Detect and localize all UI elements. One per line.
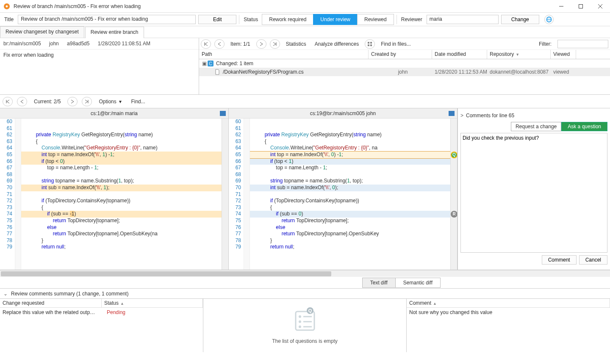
summary-bar[interactable]: ⌄ Review comments summary (1 change, 1 c… bbox=[0, 289, 610, 299]
right-pane: cs:19@br:/main/scm005 john 6061626364656… bbox=[229, 108, 458, 270]
files-columns: Path Created by Date modified Repository… bbox=[199, 50, 610, 59]
svg-point-13 bbox=[299, 315, 301, 318]
files-rows: ▣ C Changed: 1 item /DokanNet/RegistoryF… bbox=[199, 59, 610, 94]
right-pane-header: cs:19@br:/main/scm005 john bbox=[229, 108, 457, 119]
window-icon[interactable] bbox=[220, 111, 226, 116]
change-marker-icon[interactable]: R bbox=[451, 211, 457, 218]
app-icon bbox=[3, 3, 10, 10]
file-repo: dokannet@localhost:8087 bbox=[490, 69, 553, 75]
comment-textarea[interactable] bbox=[460, 133, 607, 253]
branch-header: br:/main/scm005 john a98ad5d5 1/28/2020 … bbox=[0, 38, 199, 50]
analyze-settings-icon[interactable] bbox=[365, 39, 375, 49]
branch-desc: Fix error when loading bbox=[0, 50, 199, 94]
change-status: Pending bbox=[107, 309, 125, 315]
maximize-button[interactable] bbox=[571, 0, 591, 13]
close-button[interactable] bbox=[591, 0, 610, 13]
branch-spec: br:/main/scm005 bbox=[3, 41, 41, 47]
window-icon[interactable] bbox=[449, 111, 455, 116]
status-tabs: Rework required Under review Reviewed bbox=[262, 14, 394, 25]
tab-by-changeset[interactable]: Review changeset by changeset bbox=[0, 26, 84, 38]
request-change-button[interactable]: Request a change bbox=[511, 122, 561, 131]
file-row[interactable]: /DokanNet/RegistoryFS/Program.cs john 1/… bbox=[199, 68, 610, 76]
reviewer-input[interactable]: maria bbox=[427, 15, 499, 24]
change-row[interactable]: Replace this value wih the related outp…… bbox=[0, 308, 203, 317]
tab-rework[interactable]: Rework required bbox=[262, 14, 313, 25]
diff-mode-tabs: Text diff Semantic diff bbox=[0, 277, 610, 289]
title-input[interactable]: Review of branch /main/scm005 - Fix erro… bbox=[18, 15, 196, 24]
status-label: Status bbox=[242, 17, 260, 22]
branch-user: john bbox=[49, 41, 59, 47]
filter-label: Filter: bbox=[536, 41, 554, 47]
empty-text: The list of questions is empty bbox=[272, 338, 338, 344]
comment-button[interactable]: Comment bbox=[542, 255, 577, 265]
comment-row[interactable]: Not sure why you changed this value bbox=[407, 308, 610, 317]
files-toolbar: Item: 1/1 Statistics Analyze differences… bbox=[199, 38, 610, 50]
comments-list-panel: Comment▲ Not sure why you changed this v… bbox=[407, 299, 610, 352]
first-diff-button[interactable] bbox=[3, 97, 13, 106]
chevron-right-icon: > bbox=[460, 113, 463, 119]
file-path: /DokanNet/RegistoryFS/Program.cs bbox=[223, 69, 371, 75]
next-item-button[interactable] bbox=[256, 39, 266, 49]
change-reviewer-button[interactable]: Change bbox=[501, 15, 539, 24]
summary-text: Review comments summary (1 change, 1 com… bbox=[11, 291, 128, 297]
analyze-link[interactable]: Analyze differences bbox=[312, 41, 362, 47]
last-item-button[interactable] bbox=[270, 39, 280, 49]
svg-point-15 bbox=[299, 320, 301, 323]
svg-rect-8 bbox=[368, 42, 369, 44]
empty-list-icon: Q bbox=[292, 307, 318, 334]
last-diff-button[interactable] bbox=[82, 97, 92, 106]
files-panel: Item: 1/1 Statistics Analyze differences… bbox=[199, 38, 610, 94]
semantic-diff-tab[interactable]: Semantic diff bbox=[395, 278, 441, 288]
col-change[interactable]: Change requested bbox=[0, 299, 102, 307]
options-dropdown[interactable]: Options ▾ bbox=[96, 99, 124, 105]
collapse-icon[interactable]: ▣ bbox=[202, 61, 207, 66]
minimize-button[interactable] bbox=[552, 0, 571, 13]
svg-rect-9 bbox=[370, 42, 372, 44]
tab-reviewed[interactable]: Reviewed bbox=[357, 14, 394, 25]
find-link[interactable]: Find... bbox=[128, 99, 147, 105]
group-row[interactable]: ▣ C Changed: 1 item bbox=[199, 59, 610, 68]
col-path[interactable]: Path bbox=[199, 50, 369, 59]
col-by[interactable]: Created by bbox=[369, 50, 432, 59]
col-repo[interactable]: Repository▼ bbox=[487, 50, 551, 59]
col-status[interactable]: Status▲ bbox=[102, 299, 203, 307]
col-comment[interactable]: Comment▲ bbox=[407, 299, 610, 307]
file-by: john bbox=[371, 69, 435, 75]
next-diff-button[interactable] bbox=[67, 97, 78, 106]
find-in-files-link[interactable]: Find in files... bbox=[378, 41, 413, 47]
globe-icon[interactable] bbox=[544, 15, 554, 24]
reviewer-label: Reviewer bbox=[399, 17, 424, 22]
diff-toolbar: Current: 2/5 Options ▾ Find... bbox=[0, 95, 610, 108]
svg-rect-11 bbox=[370, 44, 372, 46]
left-code[interactable]: 6061626364656667686970717273747576777879… bbox=[0, 119, 228, 270]
change-text: Replace this value wih the related outp… bbox=[3, 309, 104, 315]
col-viewed[interactable]: Viewed bbox=[551, 50, 576, 59]
text-diff-tab[interactable]: Text diff bbox=[362, 278, 396, 288]
edit-button[interactable]: Edit bbox=[198, 15, 236, 24]
horizontal-scrollbar[interactable] bbox=[0, 270, 610, 277]
first-item-button[interactable] bbox=[201, 39, 211, 49]
changed-badge-icon: C bbox=[208, 61, 214, 66]
col-modified[interactable]: Date modified bbox=[432, 50, 487, 59]
group-label: Changed: 1 item bbox=[216, 61, 253, 66]
tab-under-review[interactable]: Under review bbox=[313, 14, 358, 25]
file-viewed: viewed bbox=[553, 69, 579, 75]
changes-panel: Change requested Status▲ Replace this va… bbox=[0, 299, 203, 352]
sort-desc-icon: ▼ bbox=[516, 52, 519, 57]
question-marker-icon[interactable]: Q bbox=[451, 152, 457, 158]
svg-point-17 bbox=[299, 325, 301, 328]
sort-asc-icon: ▲ bbox=[120, 301, 124, 306]
filter-input[interactable] bbox=[557, 40, 608, 48]
right-code[interactable]: 6061626364656667686970717273747576777879… bbox=[229, 119, 457, 270]
item-counter: Item: 1/1 bbox=[228, 41, 253, 47]
prev-diff-button[interactable] bbox=[17, 97, 27, 106]
statistics-link[interactable]: Statistics bbox=[283, 41, 309, 47]
diff-area: cs:1@br:/main maria 60616263646566676869… bbox=[0, 108, 610, 270]
right-scrollmap[interactable]: Q R bbox=[450, 119, 457, 270]
tab-entire-branch[interactable]: Review entire branch bbox=[85, 27, 144, 38]
comment-panel: >Comments for line 65 Request a change A… bbox=[458, 108, 610, 270]
svg-text:Q: Q bbox=[308, 308, 312, 313]
ask-question-button[interactable]: Ask a question bbox=[561, 122, 607, 131]
cancel-button[interactable]: Cancel bbox=[579, 255, 607, 265]
prev-item-button[interactable] bbox=[214, 39, 225, 49]
